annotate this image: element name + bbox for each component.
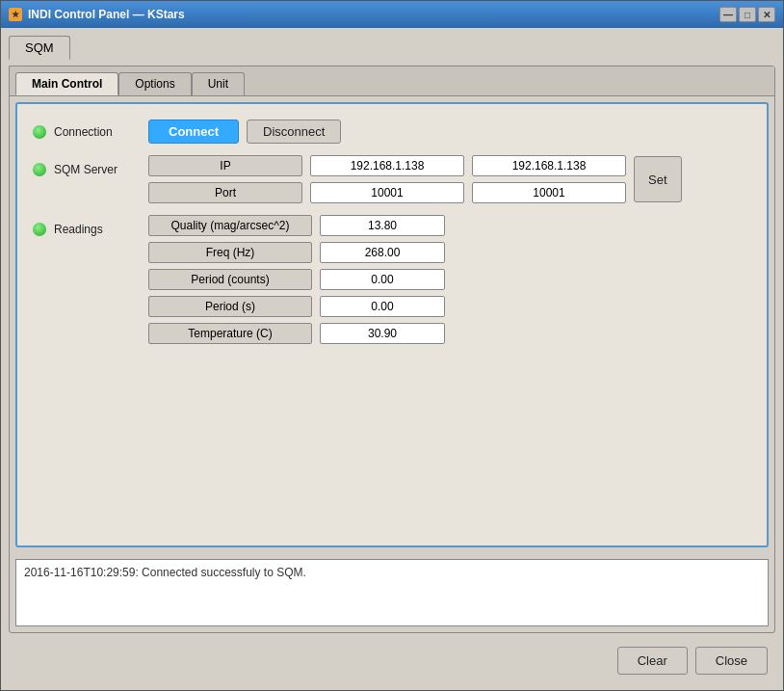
freq-value: 268.00: [320, 242, 445, 263]
sqm-server-indicator: [33, 163, 46, 176]
close-bottom-button[interactable]: Close: [695, 647, 768, 675]
set-button[interactable]: Set: [634, 156, 682, 202]
bottom-bar: Clear Close: [9, 639, 775, 682]
main-content: SQM Main Control Options Unit Connection…: [1, 28, 783, 690]
ip-field-label: IP: [148, 155, 302, 176]
readings-fields: Quality (mag/arcsec^2) 13.80 Freq (Hz) 2…: [148, 215, 445, 344]
sqm-server-label: SQM Server: [54, 163, 141, 176]
freq-row: Freq (Hz) 268.00: [148, 242, 445, 263]
connection-indicator: [33, 125, 46, 139]
window-title: INDI Control Panel — KStars: [28, 8, 185, 21]
freq-label: Freq (Hz): [148, 242, 312, 263]
period-counts-row: Period (counts) 0.00: [148, 269, 445, 290]
title-controls: — □ ✕: [719, 7, 775, 22]
log-area: 2016-11-16T10:29:59: Connected successfu…: [15, 559, 769, 626]
ip-row: IP 192.168.1.138 192.168.1.138: [148, 155, 626, 176]
readings-group: Readings Quality (mag/arcsec^2) 13.80 Fr…: [33, 215, 751, 344]
temperature-value: 30.90: [320, 323, 445, 344]
period-counts-value: 0.00: [320, 269, 445, 290]
top-tab-bar: SQM: [9, 36, 775, 60]
tab-main-control[interactable]: Main Control: [15, 72, 118, 95]
sqm-server-fields: IP 192.168.1.138 192.168.1.138 Port 1000…: [148, 155, 626, 203]
main-panel: Main Control Options Unit Connection Con…: [9, 66, 775, 633]
title-bar-left: ★ INDI Control Panel — KStars: [9, 8, 185, 21]
temperature-label: Temperature (C): [148, 323, 312, 344]
readings-label: Readings: [54, 223, 141, 236]
tab-options[interactable]: Options: [118, 72, 191, 95]
clear-button[interactable]: Clear: [617, 647, 688, 675]
app-icon: ★: [9, 8, 22, 21]
connect-button[interactable]: Connect: [148, 120, 239, 144]
sqm-server-group: SQM Server IP 192.168.1.138 192.168.1.13…: [33, 155, 751, 203]
period-s-label: Period (s): [148, 296, 312, 317]
title-bar: ★ INDI Control Panel — KStars — □ ✕: [1, 1, 783, 28]
quality-row: Quality (mag/arcsec^2) 13.80: [148, 215, 445, 236]
disconnect-button[interactable]: Disconnect: [247, 120, 341, 144]
quality-label: Quality (mag/arcsec^2): [148, 215, 312, 236]
minimize-button[interactable]: —: [719, 7, 737, 22]
inner-panel: Connection Connect Disconnect SQM Server…: [15, 102, 769, 547]
port-value1: 10001: [310, 182, 464, 203]
tab-unit[interactable]: Unit: [192, 72, 245, 95]
temperature-row: Temperature (C) 30.90: [148, 323, 445, 344]
log-message: 2016-11-16T10:29:59: Connected successfu…: [24, 566, 306, 579]
port-row: Port 10001 10001: [148, 182, 626, 203]
close-button[interactable]: ✕: [758, 7, 775, 22]
period-counts-label: Period (counts): [148, 269, 312, 290]
port-field-label: Port: [148, 182, 302, 203]
period-s-row: Period (s) 0.00: [148, 296, 445, 317]
quality-value: 13.80: [320, 215, 445, 236]
ip-value2: 192.168.1.138: [472, 155, 626, 176]
maximize-button[interactable]: □: [739, 7, 756, 22]
sub-tab-bar: Main Control Options Unit: [10, 66, 774, 96]
ip-value1: 192.168.1.138: [310, 155, 464, 176]
tab-sqm[interactable]: SQM: [9, 36, 70, 60]
connection-label: Connection: [54, 125, 141, 139]
readings-indicator: [33, 223, 46, 236]
main-window: ★ INDI Control Panel — KStars — □ ✕ SQM …: [0, 0, 784, 691]
period-s-value: 0.00: [320, 296, 445, 317]
connection-row: Connection Connect Disconnect: [33, 120, 751, 144]
port-value2: 10001: [472, 182, 626, 203]
